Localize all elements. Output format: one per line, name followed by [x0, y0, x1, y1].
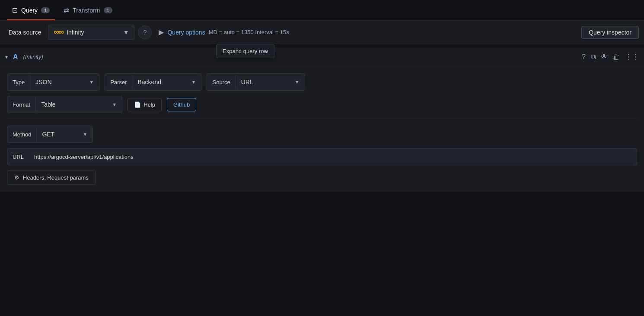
- query-row-header: ▾ A (Infinity) ? ⧉ 👁 🗑 ⋮⋮: [0, 47, 644, 66]
- method-value: GET: [42, 131, 54, 138]
- help-button[interactable]: 📄 Help: [128, 98, 162, 111]
- drag-icon[interactable]: ⋮⋮: [625, 53, 639, 61]
- question-icon: ?: [143, 29, 147, 36]
- format-field: Format Table ▼: [7, 96, 122, 113]
- datasource-select[interactable]: ∞∞ Infinity ▼: [48, 25, 134, 40]
- query-options-section: ▶ Query options MD = auto = 1350 Interva…: [155, 28, 578, 36]
- format-chevron-icon: ▼: [112, 102, 117, 107]
- method-label: Method: [7, 131, 36, 138]
- tab-query-badge: 1: [41, 7, 50, 13]
- type-select[interactable]: JSON ▼: [30, 75, 99, 89]
- query-body: Type JSON ▼ Parser Backend ▼ Source URL: [0, 66, 644, 192]
- source-label: Source: [207, 79, 235, 85]
- expand-arrow-icon: ▶: [159, 28, 164, 36]
- transform-icon: ⇄: [64, 6, 69, 14]
- source-value: URL: [241, 79, 253, 85]
- tooltip-text: Expand query row: [223, 48, 268, 54]
- query-options-label[interactable]: Query options: [167, 29, 205, 36]
- query-row-actions: ? ⧉ 👁 🗑 ⋮⋮: [582, 53, 639, 61]
- github-button[interactable]: Github: [167, 98, 196, 111]
- datasource-chevron-icon: ▼: [123, 29, 129, 36]
- parser-select[interactable]: Backend ▼: [132, 75, 201, 89]
- help-label: Help: [143, 101, 155, 108]
- url-row: URL: [7, 148, 637, 165]
- url-input[interactable]: [29, 150, 637, 164]
- headers-button[interactable]: ⚙ Headers, Request params: [7, 171, 96, 185]
- tab-query[interactable]: ⊡ Query 1: [7, 0, 55, 20]
- method-field: Method GET ▼: [7, 126, 93, 143]
- url-field: URL: [7, 148, 637, 165]
- method-select[interactable]: GET ▼: [36, 127, 92, 141]
- type-field: Type JSON ▼: [7, 73, 99, 91]
- datasource-name: Infinity: [67, 29, 84, 36]
- tab-transform[interactable]: ⇄ Transform 1: [58, 0, 117, 20]
- infinity-symbol-icon: ∞∞: [54, 28, 63, 37]
- type-label: Type: [7, 79, 30, 85]
- datasource-label: Data source: [5, 29, 45, 36]
- method-chevron-icon: ▼: [83, 132, 87, 137]
- parser-value: Backend: [137, 79, 161, 85]
- method-row: Method GET ▼: [7, 126, 637, 143]
- toolbar: Data source ∞∞ Infinity ▼ ? ▶ Query opti…: [0, 21, 644, 44]
- copy-icon[interactable]: ⧉: [591, 53, 596, 61]
- headers-row: ⚙ Headers, Request params: [7, 171, 637, 185]
- tooltip: Expand query row: [216, 44, 274, 58]
- type-chevron-icon: ▼: [89, 79, 94, 85]
- parser-chevron-icon: ▼: [191, 79, 196, 85]
- format-select[interactable]: Table ▼: [35, 98, 122, 111]
- query-inspector-button[interactable]: Query inspector: [581, 26, 639, 39]
- parser-field: Parser Backend ▼: [105, 73, 201, 91]
- trash-icon[interactable]: 🗑: [613, 53, 620, 61]
- format-value: Table: [41, 101, 55, 108]
- help-doc-icon: 📄: [134, 101, 141, 108]
- help-circle-button[interactable]: ?: [138, 25, 152, 39]
- tab-query-label: Query: [21, 7, 38, 14]
- tab-bar: ⊡ Query 1 ⇄ Transform 1: [0, 0, 644, 21]
- tab-transform-label: Transform: [73, 7, 100, 14]
- gear-icon: ⚙: [14, 174, 19, 181]
- tab-transform-badge: 1: [104, 7, 112, 13]
- query-name: (Infinity): [23, 54, 43, 60]
- source-field: Source URL ▼: [207, 73, 305, 91]
- query-options-meta: MD = auto = 1350 Interval = 15s: [209, 29, 289, 35]
- format-row: Format Table ▼ 📄 Help Github: [7, 96, 637, 113]
- source-chevron-icon: ▼: [295, 79, 300, 85]
- query-help-icon[interactable]: ?: [582, 53, 586, 61]
- format-label: Format: [7, 101, 35, 108]
- query-letter: A: [13, 53, 18, 61]
- source-select[interactable]: URL ▼: [236, 75, 305, 89]
- headers-label: Headers, Request params: [23, 174, 89, 181]
- eye-icon[interactable]: 👁: [601, 53, 608, 61]
- divider: [7, 118, 637, 119]
- collapse-icon[interactable]: ▾: [5, 54, 8, 60]
- type-value: JSON: [35, 79, 51, 85]
- type-parser-source-row: Type JSON ▼ Parser Backend ▼ Source URL: [7, 73, 637, 91]
- query-icon: ⊡: [12, 6, 18, 14]
- url-label: URL: [7, 154, 29, 160]
- parser-label: Parser: [105, 79, 132, 85]
